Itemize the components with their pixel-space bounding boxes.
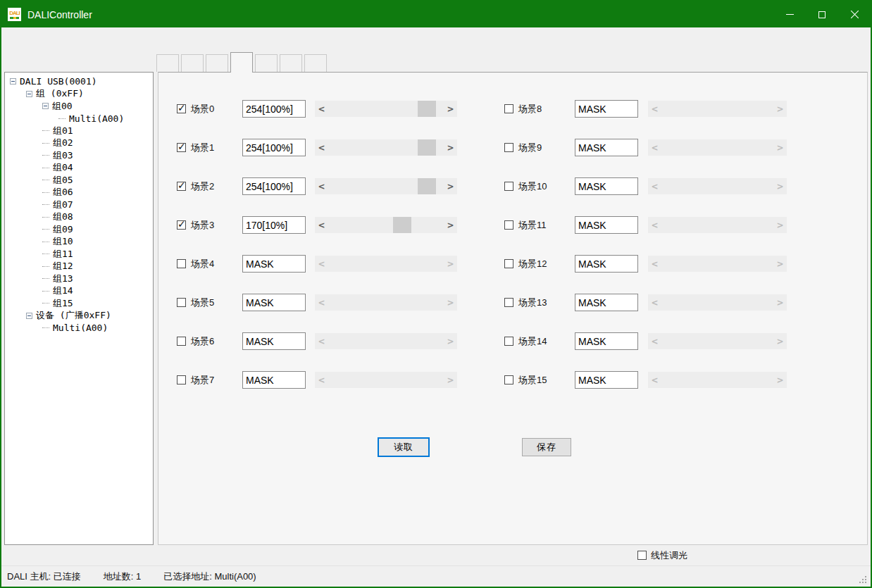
tree-expander-icon[interactable] bbox=[42, 254, 49, 254]
scene-value-input[interactable] bbox=[242, 177, 306, 195]
tab[interactable] bbox=[181, 54, 204, 72]
scrollbar-track[interactable] bbox=[661, 217, 773, 233]
scene-checkbox[interactable]: ✓ bbox=[504, 143, 513, 152]
read-button[interactable]: 读取 bbox=[378, 437, 430, 457]
scroll-left-arrow-icon[interactable]: < bbox=[315, 101, 328, 117]
tree-expander-icon[interactable] bbox=[42, 143, 49, 144]
scrollbar-thumb[interactable] bbox=[418, 101, 436, 117]
scroll-left-arrow-icon[interactable]: < bbox=[315, 139, 328, 156]
tree-item[interactable]: 设备 (广播0xFF) bbox=[5, 310, 153, 323]
scene-level-scrollbar[interactable]: < > bbox=[315, 139, 457, 156]
scroll-left-arrow-icon[interactable]: < bbox=[315, 333, 328, 349]
scrollbar-track[interactable] bbox=[661, 256, 773, 272]
tree-item[interactable]: Multi(A00) bbox=[5, 113, 153, 125]
scrollbar-track[interactable] bbox=[661, 294, 773, 311]
tab[interactable] bbox=[230, 52, 253, 73]
scene-checkbox[interactable]: ✓ bbox=[177, 182, 186, 191]
tree-expander-icon[interactable] bbox=[42, 229, 49, 230]
tree-item[interactable]: 组12 bbox=[5, 261, 153, 273]
tree-expander-icon[interactable] bbox=[26, 91, 32, 97]
tree-expander-icon[interactable] bbox=[26, 313, 32, 319]
scene-level-scrollbar[interactable]: < > bbox=[315, 178, 457, 194]
scroll-left-arrow-icon[interactable]: < bbox=[315, 294, 328, 311]
scene-checkbox[interactable]: ✓ bbox=[504, 220, 513, 230]
tree-expander-icon[interactable] bbox=[42, 266, 49, 267]
scrollbar-track[interactable] bbox=[328, 139, 444, 156]
tree-item[interactable]: 组04 bbox=[5, 162, 153, 175]
scene-level-scrollbar[interactable]: < > bbox=[648, 372, 787, 388]
scene-value-input[interactable] bbox=[575, 371, 638, 389]
scene-checkbox[interactable]: ✓ bbox=[177, 375, 186, 384]
scrollbar-track[interactable] bbox=[661, 101, 773, 117]
scene-value-input[interactable] bbox=[575, 255, 638, 273]
scroll-right-arrow-icon[interactable]: > bbox=[773, 217, 787, 233]
scroll-right-arrow-icon[interactable]: > bbox=[444, 178, 457, 194]
scroll-left-arrow-icon[interactable]: < bbox=[648, 333, 661, 349]
tree-expander-icon[interactable] bbox=[42, 168, 49, 168]
scene-level-scrollbar[interactable]: < > bbox=[315, 294, 457, 311]
scroll-left-arrow-icon[interactable]: < bbox=[648, 101, 661, 117]
scene-checkbox[interactable]: ✓ bbox=[177, 259, 186, 268]
scrollbar-track[interactable] bbox=[328, 294, 444, 311]
scene-value-input[interactable] bbox=[575, 294, 638, 311]
scroll-left-arrow-icon[interactable]: < bbox=[648, 256, 661, 272]
scene-checkbox[interactable]: ✓ bbox=[504, 298, 513, 307]
scroll-right-arrow-icon[interactable]: > bbox=[773, 256, 787, 272]
scroll-left-arrow-icon[interactable]: < bbox=[315, 256, 328, 272]
scroll-right-arrow-icon[interactable]: > bbox=[444, 217, 457, 233]
tree-item[interactable]: 组01 bbox=[5, 125, 153, 137]
scroll-left-arrow-icon[interactable]: < bbox=[648, 372, 661, 388]
maximize-button[interactable] bbox=[806, 1, 838, 27]
scroll-left-arrow-icon[interactable]: < bbox=[648, 217, 661, 233]
tree-item[interactable]: 组14 bbox=[5, 285, 153, 298]
scene-checkbox[interactable]: ✓ bbox=[504, 182, 513, 191]
tree-item[interactable]: 组13 bbox=[5, 273, 153, 285]
scroll-right-arrow-icon[interactable]: > bbox=[444, 101, 457, 117]
scene-value-input[interactable] bbox=[575, 100, 638, 118]
scrollbar-thumb[interactable] bbox=[393, 217, 411, 233]
scene-level-scrollbar[interactable]: < > bbox=[315, 333, 457, 349]
menu-item[interactable] bbox=[46, 27, 68, 51]
scroll-right-arrow-icon[interactable]: > bbox=[773, 101, 787, 117]
tree-item[interactable]: 组09 bbox=[5, 223, 153, 236]
tree-item[interactable]: 组08 bbox=[5, 211, 153, 224]
scroll-right-arrow-icon[interactable]: > bbox=[773, 372, 787, 388]
scroll-right-arrow-icon[interactable]: > bbox=[444, 333, 457, 349]
tree-expander-icon[interactable] bbox=[42, 278, 49, 279]
scene-value-input[interactable] bbox=[242, 294, 306, 311]
tree-item[interactable]: 组02 bbox=[5, 137, 153, 150]
tab[interactable] bbox=[280, 54, 302, 72]
tab[interactable] bbox=[156, 54, 179, 72]
scene-value-input[interactable] bbox=[242, 371, 306, 389]
tree-expander-icon[interactable] bbox=[42, 130, 49, 131]
scroll-right-arrow-icon[interactable]: > bbox=[444, 139, 457, 156]
scroll-left-arrow-icon[interactable]: < bbox=[315, 178, 328, 194]
tree-expander-icon[interactable] bbox=[42, 180, 49, 180]
tree-expander-icon[interactable] bbox=[42, 303, 49, 304]
scene-level-scrollbar[interactable]: < > bbox=[315, 372, 457, 388]
scroll-left-arrow-icon[interactable]: < bbox=[648, 178, 661, 194]
scrollbar-track[interactable] bbox=[661, 178, 773, 194]
save-button[interactable]: 保存 bbox=[522, 438, 571, 456]
scene-checkbox[interactable]: ✓ bbox=[504, 104, 513, 113]
tree-expander-icon[interactable] bbox=[42, 291, 49, 292]
scene-level-scrollbar[interactable]: < > bbox=[648, 101, 787, 117]
tree-expander-icon[interactable] bbox=[42, 155, 49, 156]
scroll-right-arrow-icon[interactable]: > bbox=[444, 256, 457, 272]
scene-level-scrollbar[interactable]: < > bbox=[648, 217, 787, 233]
scene-value-input[interactable] bbox=[242, 332, 306, 350]
scene-checkbox[interactable]: ✓ bbox=[177, 143, 186, 152]
minimize-button[interactable] bbox=[773, 1, 806, 27]
scene-checkbox[interactable]: ✓ bbox=[177, 337, 186, 346]
tab[interactable] bbox=[206, 54, 228, 72]
scene-value-input[interactable] bbox=[575, 139, 638, 156]
scroll-left-arrow-icon[interactable]: < bbox=[315, 372, 328, 388]
scroll-right-arrow-icon[interactable]: > bbox=[773, 139, 787, 156]
scrollbar-track[interactable] bbox=[328, 178, 444, 194]
scroll-right-arrow-icon[interactable]: > bbox=[773, 178, 787, 194]
scene-level-scrollbar[interactable]: < > bbox=[648, 256, 787, 272]
close-button[interactable] bbox=[838, 1, 871, 27]
scroll-left-arrow-icon[interactable]: < bbox=[648, 139, 661, 156]
scrollbar-thumb[interactable] bbox=[418, 178, 436, 194]
tree-item[interactable]: 组 (0xFF) bbox=[5, 88, 153, 101]
